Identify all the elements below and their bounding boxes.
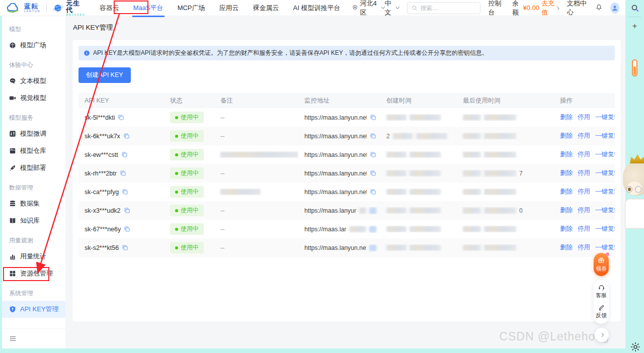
monitor-cell: https://maas.lanyun.net/#/s bbox=[298, 244, 380, 251]
copy-all-link[interactable]: 一键复制 bbox=[595, 188, 615, 196]
status-cell: 使用中 bbox=[164, 112, 214, 123]
nav-item-2[interactable]: MCP广场 bbox=[177, 0, 206, 17]
feedback-button[interactable]: 反馈 bbox=[596, 304, 607, 319]
pencil-icon bbox=[598, 304, 605, 311]
delete-link[interactable]: 删除 bbox=[560, 150, 573, 159]
delete-link[interactable]: 删除 bbox=[560, 243, 573, 252]
region-selector[interactable]: 河北4区 bbox=[352, 0, 384, 17]
delete-link[interactable]: 删除 bbox=[560, 225, 573, 233]
copy-icon[interactable] bbox=[123, 133, 130, 139]
global-search[interactable] bbox=[407, 2, 480, 14]
copy-all-link[interactable]: 一键复制 bbox=[595, 225, 615, 233]
user-avatar[interactable] bbox=[610, 3, 619, 14]
api-key-cell: sk-6k***uk7x bbox=[78, 133, 164, 140]
mascot-image bbox=[622, 153, 644, 229]
docs-link[interactable]: 文档中心 bbox=[567, 0, 588, 17]
copy-icon[interactable] bbox=[122, 244, 128, 251]
copy-icon[interactable] bbox=[124, 207, 130, 214]
disable-link[interactable]: 停用 bbox=[578, 225, 590, 233]
sidebar-item[interactable]: 数据集 bbox=[2, 195, 65, 212]
copy-icon[interactable] bbox=[122, 189, 128, 195]
balance-label: 余额 bbox=[512, 0, 521, 17]
copy-icon[interactable] bbox=[370, 151, 376, 158]
copy-icon[interactable] bbox=[124, 226, 130, 232]
disable-link[interactable]: 停用 bbox=[578, 206, 590, 215]
search-input[interactable] bbox=[421, 5, 476, 12]
sidebar-item-label: 知识库 bbox=[20, 216, 40, 225]
disable-link[interactable]: 停用 bbox=[578, 243, 590, 252]
nav-item-5[interactable]: AI 模型训推平台 bbox=[292, 0, 342, 17]
sidebar-item[interactable]: 知识库 bbox=[2, 212, 65, 229]
disable-link[interactable]: 停用 bbox=[578, 113, 590, 122]
sidebar-collapse-button[interactable] bbox=[2, 328, 65, 348]
copy-all-link[interactable]: 一键复制 bbox=[595, 206, 615, 215]
sidebar-item[interactable]: 文本模型 bbox=[2, 72, 65, 90]
console-link[interactable]: 控制台 bbox=[489, 0, 504, 17]
remark-cell: -- bbox=[214, 170, 298, 177]
coupon-button[interactable]: 领券 bbox=[594, 253, 609, 276]
copy-all-link[interactable]: 一键复制 bbox=[595, 113, 615, 122]
sidebar-item[interactable]: 用量统计 bbox=[2, 248, 65, 265]
api-key-value: sk-5l***dkti bbox=[85, 114, 115, 121]
nav-item-4[interactable]: 裸金属云 bbox=[252, 0, 280, 17]
copy-all-link[interactable]: 一键复制 bbox=[595, 132, 615, 140]
copy-icon[interactable] bbox=[370, 189, 376, 195]
api-key-cell: sk-rh***2btr bbox=[78, 170, 164, 177]
disable-link[interactable]: 停用 bbox=[578, 150, 590, 159]
api-key-cell: sk-5l***dkti bbox=[78, 114, 164, 121]
nav-item-1[interactable]: MaaS平台 bbox=[132, 0, 165, 17]
sidebar-item[interactable]: 资源包管理 bbox=[2, 265, 65, 282]
copy-icon[interactable] bbox=[118, 114, 124, 121]
bell-icon[interactable] bbox=[596, 4, 602, 12]
expand-widgets-button[interactable] bbox=[595, 328, 609, 342]
sidebar-item[interactable]: 模型广场 bbox=[2, 37, 65, 54]
recharge-link[interactable]: 去充值 bbox=[541, 0, 554, 17]
repo-icon bbox=[9, 147, 16, 154]
create-api-key-button[interactable]: 创建API KEY bbox=[78, 67, 131, 83]
sidebar-item[interactable]: 模型部署 bbox=[2, 159, 65, 176]
main-content: API KEY管理 API KEY是大模型API请求时的安全鉴权凭证。为了您的财… bbox=[65, 16, 625, 348]
app-window: 蓝耘LANYUN 元生代METAGEN 容器云MaaS平台MCP广场应用云裸金属… bbox=[0, 0, 625, 348]
status-badge: 使用中 bbox=[170, 149, 204, 160]
sidebar-item[interactable]: 模型微调 bbox=[2, 125, 65, 142]
disable-link[interactable]: 停用 bbox=[578, 169, 590, 178]
delete-link[interactable]: 删除 bbox=[560, 169, 573, 178]
blurred-text bbox=[410, 226, 441, 232]
column-header: 状态 bbox=[164, 97, 214, 105]
copy-all-link[interactable]: 一键复制 bbox=[595, 150, 615, 159]
delete-link[interactable]: 删除 bbox=[560, 113, 573, 122]
copy-icon[interactable] bbox=[370, 133, 376, 139]
delete-link[interactable]: 删除 bbox=[560, 132, 573, 140]
status-dot bbox=[175, 228, 178, 231]
disable-link[interactable]: 停用 bbox=[578, 132, 590, 140]
strip-divider bbox=[628, 17, 641, 17]
sidebar-item[interactable]: 视觉模型 bbox=[2, 90, 65, 107]
delete-link[interactable]: 删除 bbox=[560, 206, 573, 215]
strip-add-button[interactable]: + bbox=[625, 22, 644, 30]
copy-all-link[interactable]: 一键复制 bbox=[595, 243, 615, 252]
sidebar: 模型模型广场体验中心文本模型视觉模型模型服务模型微调模型仓库模型部署数据管理数据… bbox=[2, 16, 65, 348]
strip-search-icon[interactable] bbox=[631, 4, 639, 12]
copy-icon[interactable] bbox=[121, 151, 128, 158]
monitor-cell: https://maas.lanyun bbox=[298, 226, 380, 233]
status-cell: 使用中 bbox=[164, 149, 214, 160]
remark-value: -- bbox=[220, 226, 224, 233]
copy-all-link[interactable]: 一键复制 bbox=[595, 169, 615, 178]
copy-icon[interactable] bbox=[370, 114, 376, 121]
sidebar-item-label: 文本模型 bbox=[20, 76, 46, 85]
sidebar-item[interactable]: API KEY管理 bbox=[2, 301, 65, 318]
copy-icon[interactable] bbox=[370, 170, 376, 176]
sidebar-item-label: 视觉模型 bbox=[20, 94, 46, 103]
copy-icon[interactable] bbox=[120, 170, 126, 176]
sidebar-item[interactable]: 模型仓库 bbox=[2, 142, 65, 159]
customer-service-button[interactable]: 客服 bbox=[596, 284, 607, 299]
actions-cell: 删除停用一键复制 bbox=[554, 225, 615, 233]
nav-item-3[interactable]: 应用云 bbox=[218, 0, 240, 17]
actions-cell: 删除停用一键复制 bbox=[554, 243, 615, 252]
language-selector[interactable]: 中文 bbox=[384, 0, 398, 17]
disable-link[interactable]: 停用 bbox=[578, 188, 590, 196]
delete-link[interactable]: 删除 bbox=[560, 188, 573, 196]
nav-item-0[interactable]: 容器云 bbox=[99, 0, 120, 17]
balance-widget[interactable]: 余额 ¥0.00 去充值 bbox=[512, 0, 559, 17]
watermark: CSDN @Lethehong bbox=[499, 330, 609, 343]
